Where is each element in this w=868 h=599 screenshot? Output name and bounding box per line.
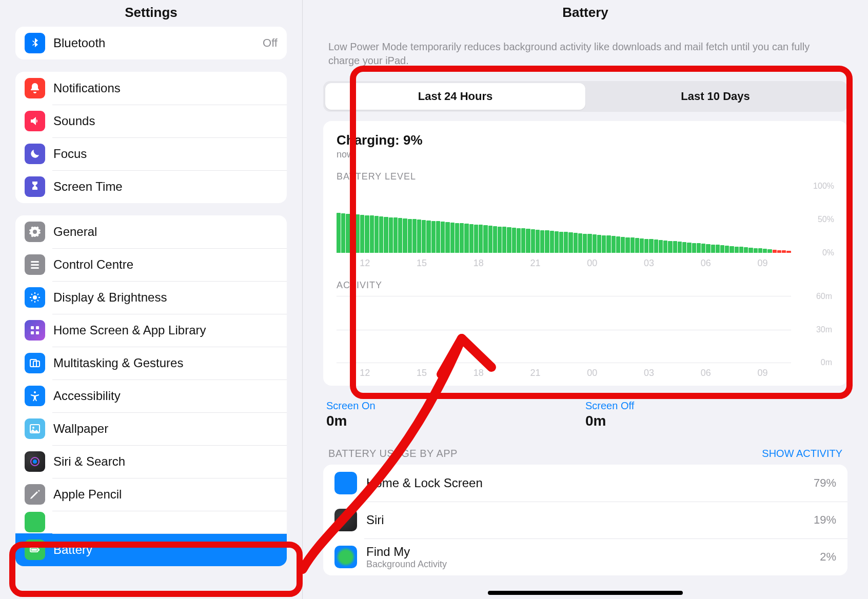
battery-bar	[720, 245, 724, 253]
sidebar-item-label: Wallpaper	[53, 422, 108, 436]
segment-last-10d[interactable]: Last 10 Days	[585, 83, 845, 110]
sidebar-item-apple-pencil[interactable]: Apple Pencil	[15, 478, 287, 511]
sidebar-item-multitasking[interactable]: Multitasking & Gestures	[15, 347, 287, 380]
battery-bar	[687, 243, 691, 253]
xtick: 03	[621, 258, 678, 269]
battery-bar	[545, 230, 549, 253]
sidebar-item-sounds[interactable]: Sounds	[15, 105, 287, 137]
ytick-100: 100%	[813, 182, 834, 191]
sidebar-item-label: Bluetooth	[53, 36, 105, 50]
battery-bar	[422, 220, 426, 253]
screen-time-summary: Screen On 0m Screen Off 0m	[323, 400, 847, 429]
screen-on-label: Screen On	[326, 400, 585, 412]
xtick: 09	[734, 368, 791, 378]
sidebar-item-home-screen[interactable]: Home Screen & App Library	[15, 314, 287, 347]
sidebar-item-bluetooth[interactable]: Bluetooth Off	[15, 27, 287, 59]
battery-bar	[564, 232, 568, 253]
accessibility-icon	[25, 386, 45, 406]
battery-bar	[517, 228, 521, 253]
settings-sidebar: Settings Bluetooth Off Notifications	[0, 0, 303, 599]
app-row-home-lock[interactable]: Home & Lock Screen 79%	[323, 465, 847, 502]
xtick: 09	[734, 258, 791, 269]
app-row-siri[interactable]: Siri 19%	[323, 502, 847, 538]
battery-bar	[412, 219, 417, 253]
sidebar-item-truncated[interactable]	[15, 511, 287, 533]
sidebar-item-notifications[interactable]: Notifications	[15, 72, 287, 105]
battery-bar	[536, 230, 540, 253]
sidebar-item-battery[interactable]: Battery	[15, 533, 287, 566]
rectangles-icon	[25, 353, 45, 373]
battery-bar	[559, 232, 563, 253]
time-range-segmented[interactable]: Last 24 Hours Last 10 Days	[323, 81, 847, 112]
sidebar-item-label: Sounds	[53, 114, 95, 128]
home-lock-icon	[334, 472, 357, 494]
show-activity-link[interactable]: SHOW ACTIVITY	[762, 448, 842, 460]
battery-bar	[389, 217, 393, 253]
ytick-50: 50%	[818, 215, 834, 224]
svg-point-22	[33, 460, 37, 464]
xtick: 12	[337, 258, 393, 269]
page-title: Battery	[303, 0, 868, 25]
xtick: 00	[564, 368, 621, 378]
xtick: 03	[621, 368, 678, 378]
ytick-60m: 60m	[816, 292, 832, 301]
svg-point-18	[34, 391, 36, 393]
battery-bar	[616, 236, 620, 253]
activity-chart[interactable]: 60m 30m 0m	[337, 296, 791, 363]
activity-xaxis: 1215182100030609	[337, 368, 834, 378]
battery-bar	[417, 219, 421, 253]
battery-bar	[374, 216, 379, 253]
battery-bar	[488, 226, 492, 253]
sidebar-title: Settings	[0, 0, 302, 25]
app-percent: 19%	[814, 513, 836, 527]
sidebar-group-connectivity: Bluetooth Off	[15, 27, 287, 59]
sidebar-item-wallpaper[interactable]: Wallpaper	[15, 412, 287, 445]
battery-bar	[644, 239, 648, 253]
battery-bar	[426, 221, 430, 253]
sidebar-item-siri[interactable]: Siri & Search	[15, 445, 287, 478]
home-indicator[interactable]	[488, 591, 683, 595]
battery-bar	[744, 247, 748, 253]
svg-rect-1	[31, 264, 39, 266]
sidebar-item-focus[interactable]: Focus	[15, 137, 287, 170]
battery-bar	[635, 238, 639, 253]
battery-bar	[716, 245, 720, 253]
grid-icon	[25, 320, 45, 341]
segment-last-24h[interactable]: Last 24 Hours	[325, 83, 585, 110]
xtick: 06	[678, 368, 735, 378]
sidebar-item-control-centre[interactable]: Control Centre	[15, 248, 287, 281]
battery-bar	[735, 247, 739, 253]
sidebar-item-accessibility[interactable]: Accessibility	[15, 380, 287, 412]
xtick: 15	[393, 258, 450, 269]
battery-bar	[587, 234, 591, 253]
svg-point-3	[33, 295, 37, 300]
battery-bar	[578, 233, 582, 253]
svg-rect-25	[38, 549, 40, 551]
battery-bar	[773, 250, 777, 253]
battery-detail: Battery Low Power Mode temporarily reduc…	[303, 0, 868, 599]
battery-bar	[450, 223, 455, 253]
battery-bar	[540, 230, 544, 253]
sidebar-item-screen-time[interactable]: Screen Time	[15, 170, 287, 203]
sidebar-item-general[interactable]: General	[15, 215, 287, 248]
battery-bar	[678, 242, 682, 253]
screen-off-label: Screen Off	[585, 400, 844, 412]
battery-level-label: BATTERY LEVEL	[337, 171, 834, 182]
xtick: 12	[337, 368, 393, 378]
battery-bar	[767, 249, 772, 253]
battery-bar	[370, 215, 374, 253]
sidebar-group-device: General Control Centre Display & Brightn…	[15, 215, 287, 566]
battery-bar	[455, 223, 459, 253]
svg-point-20	[32, 427, 34, 429]
battery-bar	[441, 222, 445, 253]
sidebar-item-label: Notifications	[53, 81, 121, 95]
battery-level-chart[interactable]	[337, 186, 834, 253]
battery-bar	[469, 224, 474, 253]
activity-label: ACTIVITY	[337, 280, 834, 291]
battery-bar	[611, 236, 616, 253]
app-row-find-my[interactable]: Find My Background Activity 2%	[323, 538, 847, 575]
battery-bar	[498, 227, 502, 253]
battery-bar	[521, 228, 525, 253]
sidebar-item-display[interactable]: Display & Brightness	[15, 281, 287, 314]
app-percent: 2%	[820, 550, 836, 564]
